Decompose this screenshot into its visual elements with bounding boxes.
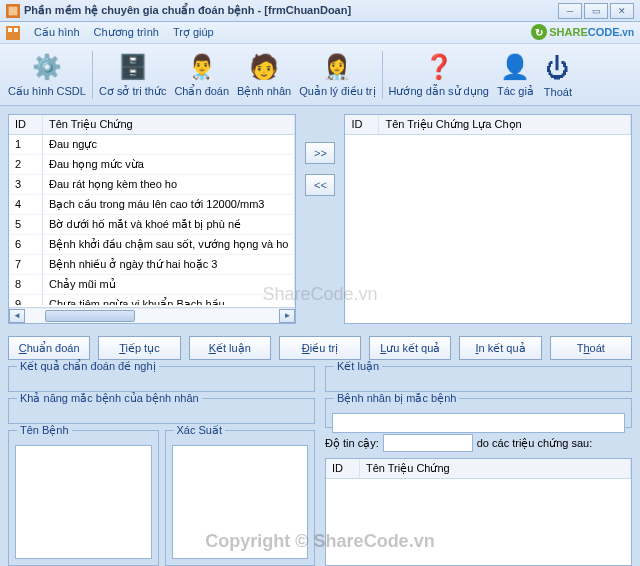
tb-tacgia[interactable]: 👤Tác giả <box>493 49 538 100</box>
table-row[interactable]: 3Đau rát họng kèm theo ho <box>9 175 295 195</box>
table-row[interactable]: 1Đau ngực <box>9 135 295 155</box>
table-row[interactable]: 9Chưa tiêm ngừa vi khuẩn Bạch hầu <box>9 295 295 305</box>
mdi-icon <box>6 26 20 40</box>
power-icon: ⏻ <box>542 52 574 84</box>
tb-chandoan[interactable]: 👨‍⚕️Chẩn đoán <box>170 49 233 100</box>
col-name[interactable]: Tên Triệu Chứng <box>43 115 295 134</box>
horizontal-scrollbar[interactable]: ◄► <box>9 307 295 323</box>
svg-rect-4 <box>14 28 18 32</box>
inketqua-button[interactable]: In kết quả <box>459 336 541 360</box>
bnbimac-label: Bệnh nhân bị mắc bệnh <box>334 392 459 405</box>
table-row[interactable]: 6Bệnh khởi đầu chậm sau sốt, vướng họng … <box>9 235 295 255</box>
dieutri-button[interactable]: Điều trị <box>279 336 361 360</box>
table-row[interactable]: 2Đau họng mức vừa <box>9 155 295 175</box>
nurse-icon: 👩‍⚕️ <box>321 51 353 83</box>
dotincay-label: Độ tin cậy: <box>325 437 379 450</box>
svg-rect-3 <box>8 28 12 32</box>
menu-cauhinh[interactable]: Cấu hình <box>34 26 80 39</box>
minimize-button[interactable]: ─ <box>558 3 582 19</box>
help-icon: ❓ <box>423 51 455 83</box>
app-icon <box>6 4 20 18</box>
tenbenh-label: Tên Bệnh <box>17 424 72 437</box>
kqchandoan-label: Kết quả chẩn đoán đề nghị <box>17 360 159 373</box>
table-row[interactable]: 8Chảy mũi mủ <box>9 275 295 295</box>
col-id[interactable]: ID <box>9 115 43 134</box>
bnbimac-field <box>332 413 625 433</box>
tb-benhnhan[interactable]: 🧑Bệnh nhân <box>233 49 295 100</box>
thoat-button[interactable]: Thoát <box>550 336 632 360</box>
tb-huongdan[interactable]: ❓Hướng dẫn sử dụng <box>385 49 493 100</box>
sharecode-logo: ↻ SHARECODE.vn <box>531 24 634 40</box>
tb-quanly[interactable]: 👩‍⚕️Quản lý điều trị <box>295 49 379 100</box>
move-right-button[interactable]: >> <box>305 142 335 164</box>
symptoms-available-grid[interactable]: IDTên Triệu Chứng 1Đau ngực2Đau họng mức… <box>8 114 296 324</box>
maximize-button[interactable]: ▭ <box>584 3 608 19</box>
table-row[interactable]: 5Bờ dưới hố mắt và khoé mắt bị phù nề <box>9 215 295 235</box>
tb-cosotrithuc[interactable]: 🗄️Cơ sở tri thức <box>95 49 170 100</box>
logo-icon: ↻ <box>531 24 547 40</box>
col-id[interactable]: ID <box>345 115 379 134</box>
menu-trogiup[interactable]: Trợ giúp <box>173 26 214 39</box>
author-icon: 👤 <box>499 51 531 83</box>
tieptuc-button[interactable]: Tiếp tục <box>98 336 180 360</box>
gears-icon: ⚙️ <box>31 51 63 83</box>
window-title: Phần mềm hệ chuyên gia chuẩn đoán bệnh -… <box>24 4 558 17</box>
ketluan-label: Kết luận <box>334 360 382 373</box>
tb-thoat[interactable]: ⏻Thoát <box>538 50 578 100</box>
docactrieu-label: do các triệu chứng sau: <box>477 437 593 450</box>
tb-cauhinh-csdl[interactable]: ⚙️Cấu hình CSDL <box>4 49 90 100</box>
move-left-button[interactable]: << <box>305 174 335 196</box>
symptoms-selected-grid[interactable]: IDTên Triệu Chứng Lựa Chọn <box>344 114 632 324</box>
col-selected[interactable]: Tên Triệu Chứng Lựa Chọn <box>379 115 631 134</box>
tenbenh-list[interactable] <box>15 445 152 559</box>
dotincay-input[interactable] <box>383 434 473 452</box>
khanang-label: Khả năng mắc bệnh của bệnh nhân <box>17 392 202 405</box>
menu-chuongtrinh[interactable]: Chương trình <box>94 26 159 39</box>
chuandoan-button[interactable]: Chuẩn đoán <box>8 336 90 360</box>
svg-rect-1 <box>9 6 18 15</box>
xacsuat-label: Xác Suất <box>174 424 226 437</box>
close-button[interactable]: ✕ <box>610 3 634 19</box>
luuketqua-button[interactable]: Lưu kết quả <box>369 336 451 360</box>
copyright: Copyright © ShareCode.vn <box>205 531 434 552</box>
ketluan-button[interactable]: Kết luận <box>189 336 271 360</box>
database-icon: 🗄️ <box>117 51 149 83</box>
patient-icon: 🧑 <box>248 51 280 83</box>
doctor-icon: 👨‍⚕️ <box>186 51 218 83</box>
table-row[interactable]: 7Bệnh nhiều ở ngày thứ hai hoặc 3 <box>9 255 295 275</box>
table-row[interactable]: 4Bạch cầu trong máu lên cao tới 12000/mm… <box>9 195 295 215</box>
